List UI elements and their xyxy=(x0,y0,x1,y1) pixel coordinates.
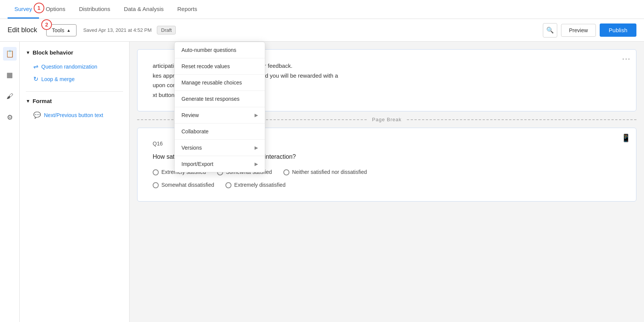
collapse-format-arrow-icon[interactable]: ▼ xyxy=(26,98,30,104)
question-randomization-link[interactable]: ⇌ Question randomization xyxy=(26,60,123,73)
block-behavior-header: ▼ Block behavior xyxy=(26,49,123,56)
dropdown-item-auto-number[interactable]: Auto-number questions 3 xyxy=(175,42,265,58)
chevron-right-icon: ▶ xyxy=(255,161,258,167)
loop-merge-link[interactable]: ↻ Loop & merge xyxy=(26,73,123,85)
preview-button[interactable]: Preview xyxy=(561,24,596,37)
card-more-button[interactable]: ··· xyxy=(622,54,631,63)
survey-icon: 📋 xyxy=(6,50,14,58)
tools-button[interactable]: 2 Tools ▲ xyxy=(46,24,77,36)
nav-tabs: Survey 1 Options Distributions Data & An… xyxy=(8,0,204,19)
chevron-up-icon: ▲ xyxy=(67,28,71,33)
panel-divider xyxy=(26,91,123,92)
left-panel: ▼ Block behavior ⇌ Question randomizatio… xyxy=(20,42,130,322)
sidebar-icon-survey[interactable]: 📋 xyxy=(3,47,17,61)
chevron-right-icon: ▶ xyxy=(255,145,258,150)
dropdown-item-generate-test[interactable]: Generate test responses xyxy=(175,91,265,107)
nav-tab-options[interactable]: Options xyxy=(39,0,72,19)
page-break-label: Page Break xyxy=(367,117,407,122)
next-prev-button-link[interactable]: 💬 Next/Previous button text xyxy=(26,109,123,121)
collapse-arrow-icon[interactable]: ▼ xyxy=(26,50,30,55)
q16-options-row2: Somewhat dissatisfied Extremely dissatis… xyxy=(153,181,621,190)
layout-icon: ▦ xyxy=(6,71,13,79)
top-nav: Survey 1 Options Distributions Data & An… xyxy=(0,0,644,19)
sidebar-icon-paint[interactable]: 🖌 xyxy=(3,89,17,103)
dropdown-item-reset-recode[interactable]: Reset recode values xyxy=(175,58,265,74)
annotation-2: 2 xyxy=(41,19,52,30)
chat-icon: 💬 xyxy=(33,111,41,119)
dropdown-item-review[interactable]: Review ▶ xyxy=(175,107,265,123)
toolbar: Edit block 2 Tools ▲ Saved Apr 13, 2021 … xyxy=(0,19,644,42)
page-title: Edit block xyxy=(8,26,37,34)
nav-tab-reports[interactable]: Reports xyxy=(170,0,204,19)
sidebar-icon-filter[interactable]: ⚙ xyxy=(3,111,17,124)
main-layout: 📋 ▦ 🖌 ⚙ ▼ Block behavior ⇌ Question rand… xyxy=(0,42,644,322)
search-icon: 🔍 xyxy=(546,27,554,34)
paint-icon: 🖌 xyxy=(6,92,13,100)
dropdown-item-versions[interactable]: Versions ▶ xyxy=(175,140,265,156)
nav-tab-survey[interactable]: Survey 1 xyxy=(8,0,39,19)
sidebar-icon-layout[interactable]: ▦ xyxy=(3,68,17,82)
filter-icon: ⚙ xyxy=(7,113,13,122)
q16-option-5: Extremely dissatisfied xyxy=(225,181,285,190)
dropdown-item-import-export[interactable]: Import/Export ▶ xyxy=(175,156,265,172)
nav-tab-distributions[interactable]: Distributions xyxy=(72,0,117,19)
dropdown-item-collaborate[interactable]: Collaborate xyxy=(175,123,265,139)
radio-icon[interactable] xyxy=(153,169,159,175)
nav-tab-data-analysis[interactable]: Data & Analysis xyxy=(117,0,170,19)
format-header: ▼ Format xyxy=(26,98,123,104)
randomization-icon: ⇌ xyxy=(33,63,38,70)
mobile-icon: 📱 xyxy=(621,133,631,142)
radio-icon[interactable] xyxy=(283,169,289,175)
page-break-line-right xyxy=(407,119,636,120)
q16-option-4: Somewhat dissatisfied xyxy=(153,181,214,190)
chevron-right-icon: ▶ xyxy=(255,113,258,118)
publish-button[interactable]: Publish xyxy=(600,23,636,37)
dropdown-item-manage-reusable[interactable]: Manage reusable choices xyxy=(175,75,265,91)
radio-icon[interactable] xyxy=(225,182,231,188)
search-button[interactable]: 🔍 xyxy=(543,23,557,38)
loop-icon: ↻ xyxy=(33,75,38,83)
radio-icon[interactable] xyxy=(153,182,159,188)
q16-option-3: Neither satisfied nor dissatisfied xyxy=(283,168,367,177)
icon-sidebar: 📋 ▦ 🖌 ⚙ xyxy=(0,42,20,322)
toolbar-actions: 🔍 Preview Publish xyxy=(543,23,636,38)
draft-badge: Draft xyxy=(157,26,176,34)
tools-dropdown: Auto-number questions 3 Reset recode val… xyxy=(174,42,265,172)
saved-status: Saved Apr 13, 2021 at 4:52 PM xyxy=(83,27,152,33)
